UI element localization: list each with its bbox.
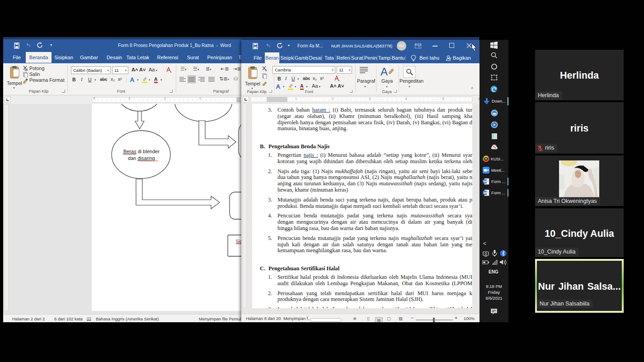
svg-text:A: A: [276, 83, 280, 90]
svg-text:dan disaring: dan disaring: [128, 155, 155, 161]
svg-text:Beras di blender: Beras di blender: [123, 149, 160, 154]
svg-text:A: A: [130, 76, 134, 83]
svg-text:Sia: Sia: [236, 239, 241, 244]
svg-text:A: A: [381, 66, 388, 77]
svg-text:W: W: [483, 191, 487, 195]
svg-text:W: W: [483, 179, 487, 183]
